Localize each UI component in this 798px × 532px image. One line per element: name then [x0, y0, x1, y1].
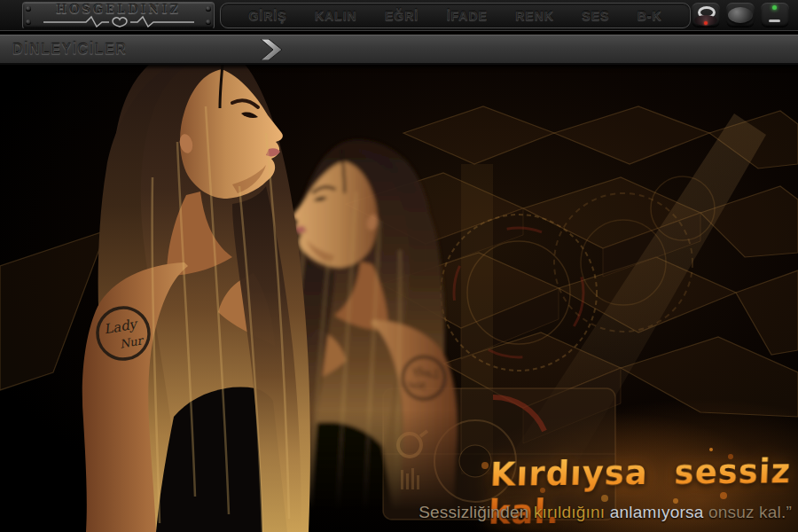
logo-text: HOSGELDINIZ — [56, 4, 181, 15]
logo-plate: HOSGELDINIZ — [22, 2, 215, 29]
paint-splatter-decoration — [709, 448, 713, 451]
heartbeat-heart-icon — [43, 15, 194, 27]
main-menu: GİRİŞ KALIN EĞRİ İFADE RENK SES B-K — [220, 3, 691, 28]
woman-photo-collage: Lady Nur — [0, 0, 798, 532]
knob-dial-icon[interactable] — [726, 3, 755, 27]
menu-item-kalin[interactable]: KALIN — [315, 9, 357, 23]
chevron-right-icon[interactable] — [260, 39, 283, 60]
subtitle-part: onsuz kal.” — [708, 503, 792, 521]
menu-item-bk[interactable]: B-K — [638, 9, 662, 23]
title-bar: HOSGELDINIZ GİRİŞ KALIN EĞRİ İFADE RENK … — [0, 0, 798, 31]
screw-icon — [26, 6, 31, 12]
menu-item-ifade[interactable]: İFADE — [447, 9, 488, 23]
knob-power-icon[interactable] — [761, 3, 789, 27]
menu-item-egri[interactable]: EĞRİ — [385, 9, 419, 23]
subtitle-part: anlamıyorsa — [610, 503, 708, 521]
menu-item-giris[interactable]: GİRİŞ — [248, 9, 286, 23]
screw-icon — [206, 6, 211, 12]
knob-record-icon[interactable] — [692, 3, 720, 27]
app-window: Lady Nur Kırdıysa sessiz kal. Sessizliği… — [0, 0, 798, 532]
menu-item-ses[interactable]: SES — [582, 9, 609, 23]
window-controls — [692, 3, 789, 27]
listeners-label: DİNLEYİCİLER — [12, 42, 127, 58]
subtitle-part: Sessizliğinden — [419, 503, 534, 521]
quote-subtitle: Sessizliğinden kırıldığını anlamıyorsa o… — [419, 503, 792, 522]
menu-item-renk[interactable]: RENK — [515, 9, 554, 23]
screw-icon — [26, 20, 31, 25]
screw-icon — [206, 20, 211, 25]
listeners-bar[interactable]: DİNLEYİCİLER — [0, 35, 798, 65]
woman-figure — [82, 43, 310, 532]
subtitle-part: kırıldığını — [534, 503, 610, 521]
